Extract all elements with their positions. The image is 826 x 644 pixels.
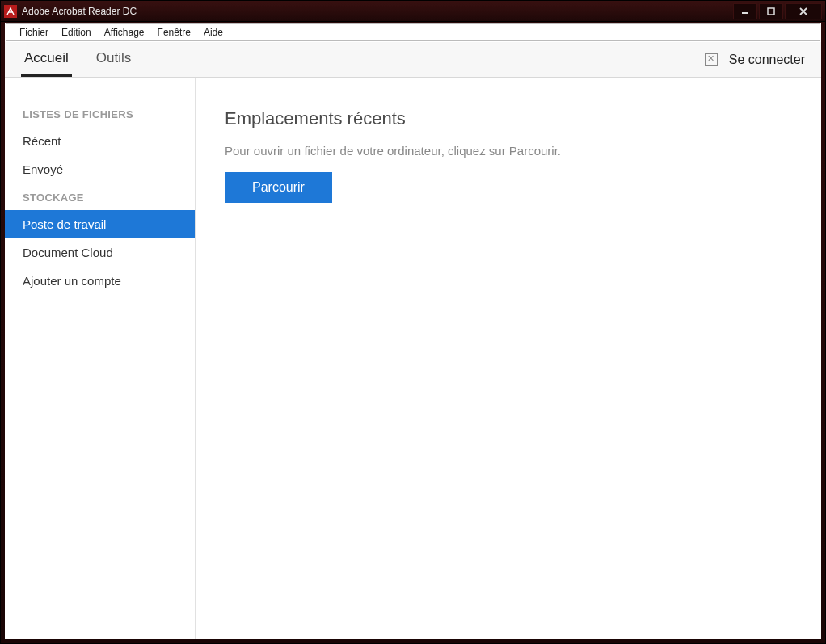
sidebar-item-recent[interactable]: Récent — [5, 127, 195, 155]
content-split: LISTES DE FICHIERS Récent Envoyé STOCKAG… — [5, 78, 821, 639]
sidebar-item-ajouter-compte[interactable]: Ajouter un compte — [5, 267, 195, 295]
window-frame: Adobe Acrobat Reader DC Fichier Edition … — [0, 0, 826, 644]
toolbar-tabset: Accueil Outils — [21, 42, 155, 77]
menu-fenetre[interactable]: Fenêtre — [151, 25, 197, 40]
menubar: Fichier Edition Affichage Fenêtre Aide — [6, 23, 820, 41]
menu-edition[interactable]: Edition — [55, 25, 98, 40]
page-subtitle: Pour ouvrir un fichier de votre ordinate… — [225, 144, 792, 158]
window-title: Adobe Acrobat Reader DC — [22, 6, 137, 17]
close-button[interactable] — [785, 3, 822, 19]
sidebar-heading-listes: LISTES DE FICHIERS — [5, 100, 195, 127]
toolbar-right-actions: Se connecter — [705, 53, 805, 67]
page-title: Emplacements récents — [225, 108, 792, 129]
sidebar-item-envoye[interactable]: Envoyé — [5, 155, 195, 183]
menu-fichier[interactable]: Fichier — [13, 25, 55, 40]
maximize-button[interactable] — [759, 3, 783, 19]
client-area: Fichier Edition Affichage Fenêtre Aide A… — [5, 23, 821, 639]
main-pane: Emplacements récents Pour ouvrir un fich… — [196, 78, 821, 639]
titlebar[interactable]: Adobe Acrobat Reader DC — [1, 1, 825, 22]
minimize-button[interactable] — [733, 3, 757, 19]
sidebar-item-poste-de-travail[interactable]: Poste de travail — [5, 210, 195, 238]
tab-outils[interactable]: Outils — [93, 42, 134, 77]
tab-accueil[interactable]: Accueil — [21, 42, 72, 77]
sidebar-item-document-cloud[interactable]: Document Cloud — [5, 238, 195, 267]
svg-rect-1 — [768, 8, 774, 15]
menu-aide[interactable]: Aide — [197, 25, 230, 40]
app-icon — [4, 5, 17, 18]
sidebar-heading-stockage: STOCKAGE — [5, 183, 195, 210]
signin-icon[interactable] — [705, 53, 718, 66]
browse-button[interactable]: Parcourir — [225, 172, 332, 203]
menu-affichage[interactable]: Affichage — [98, 25, 151, 40]
window-controls — [731, 3, 822, 19]
toolbar: Accueil Outils Se connecter — [5, 42, 821, 78]
sidebar: LISTES DE FICHIERS Récent Envoyé STOCKAG… — [5, 78, 196, 639]
signin-button[interactable]: Se connecter — [729, 53, 805, 67]
